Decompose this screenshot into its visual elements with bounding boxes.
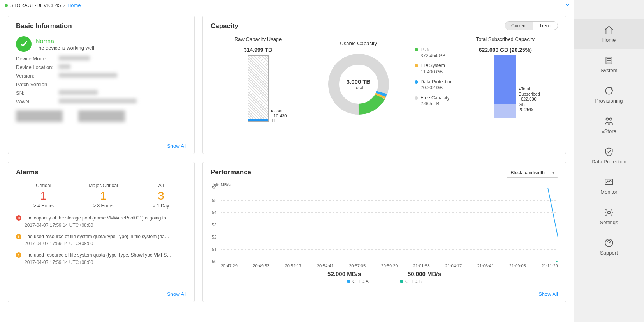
redacted [59,90,98,95]
help-icon[interactable]: ? [566,2,569,9]
svg-point-1 [18,217,20,219]
status-label: Normal [35,38,96,45]
redacted [78,110,125,122]
svg-point-13 [606,118,609,120]
sidebar-item-support[interactable]: Support [574,232,644,262]
svg-point-18 [609,245,609,246]
usable-donut: 3.000 TB Total [326,51,392,117]
svg-point-14 [609,118,612,120]
toggle-trend[interactable]: Trend [533,22,558,30]
sidebar-item-data-protection[interactable]: Data Protection [574,140,644,171]
capacity-card: Capacity Current Trend Raw Capacity Usag… [202,16,566,154]
basic-info-title: Basic Information [16,22,187,30]
redacted [59,73,117,78]
basic-info-card: Basic Information Normal The device is w… [8,16,195,154]
check-icon [16,36,32,52]
basic-show-all[interactable]: Show All [167,143,187,149]
chevron-down-icon: ▾ [549,168,558,177]
right-sidebar: HomeSystemProvisioningvStoreData Protect… [574,0,644,322]
breadcrumb-device[interactable]: STORAGE-DEVICE45 [10,2,61,8]
performance-title: Performance [211,168,558,176]
performance-card: Performance Block bandwidth ▾ Unit: MB/s… [202,162,566,302]
redacted [59,64,70,69]
alarm-stat[interactable]: All3> 1 Day [153,182,169,209]
sidebar-item-vstore[interactable]: vStore [574,110,644,140]
perf-show-all[interactable]: Show All [538,291,558,297]
toggle-current[interactable]: Current [505,22,533,30]
alarms-card: Alarms Critical1> 4 HoursMajor/Critical1… [8,162,195,302]
raw-capacity-bar: ▸Used 10.430 TB [248,55,269,122]
sidebar-item-settings[interactable]: Settings [574,201,644,232]
redacted [59,56,90,60]
usable-legend: LUN372.454 GBFile System11.400 GBData Pr… [415,47,453,111]
performance-chart: 50515253545556 [221,188,558,262]
status-sub: The device is working well. [35,45,96,51]
svg-point-16 [608,211,611,214]
svg-rect-4 [18,254,19,255]
alarms-show-all[interactable]: Show All [167,291,187,297]
performance-select[interactable]: Block bandwidth ▾ [507,168,558,178]
alarm-stat[interactable]: Major/Critical1> 8 Hours [88,182,118,209]
capacity-toggle[interactable]: Current Trend [505,21,558,30]
breadcrumb: STORAGE-DEVICE45 › Home ? [0,0,574,11]
alarms-title: Alarms [16,168,187,176]
subscribed-bar: ▸Total Subscribed 622.000 GB 20.25% [494,55,516,118]
svg-line-7 [556,261,558,262]
alarm-stat[interactable]: Critical1> 4 Hours [33,182,54,209]
sidebar-item-home[interactable]: Home [574,19,644,49]
device-status-dot [5,4,8,7]
svg-rect-3 [18,237,19,238]
sidebar-item-monitor[interactable]: Monitor [574,171,644,201]
alarm-item[interactable]: The used resource of file system quota(t… [16,234,187,248]
sidebar-item-provisioning[interactable]: Provisioning [574,80,644,110]
alarm-item[interactable]: The capacity of the storage pool (name V… [16,215,187,229]
redacted [16,110,63,122]
alarm-item[interactable]: The used resource of file system quota (… [16,252,187,266]
svg-rect-2 [18,235,19,237]
sidebar-item-system[interactable]: System [574,49,644,80]
svg-rect-5 [18,256,19,257]
redacted [59,99,137,103]
svg-line-6 [548,188,558,237]
breadcrumb-home[interactable]: Home [67,2,81,8]
